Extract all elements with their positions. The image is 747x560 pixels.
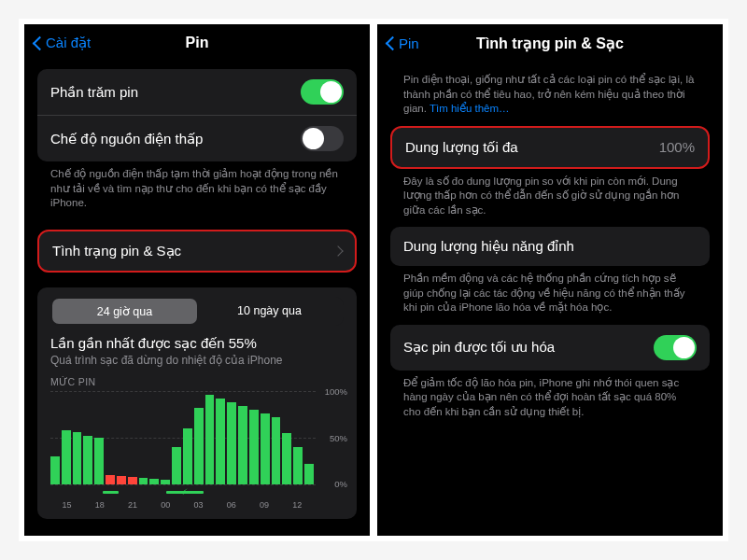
y-tick: 100% bbox=[325, 386, 347, 397]
row-label: Dung lượng hiệu năng đỉnh bbox=[403, 238, 697, 255]
y-tick: 0% bbox=[334, 479, 347, 489]
chart-bar bbox=[238, 391, 247, 484]
battery-level-chart: 100% 50% 0% bbox=[50, 391, 344, 484]
chart-bar bbox=[194, 391, 204, 484]
battery-percentage-row[interactable]: Phần trăm pin bbox=[37, 69, 357, 115]
chevron-left-icon bbox=[34, 35, 43, 50]
nav-bar: Pin Tình trạng pin & Sạc bbox=[377, 24, 723, 60]
y-tick: 50% bbox=[330, 433, 347, 443]
chart-bar bbox=[128, 391, 137, 484]
chart-bar bbox=[94, 391, 104, 484]
back-button[interactable]: Pin bbox=[387, 35, 419, 51]
chart-bar bbox=[249, 391, 259, 484]
x-tick: 12 bbox=[281, 500, 314, 510]
battery-percentage-toggle[interactable] bbox=[301, 79, 344, 105]
charging-segment bbox=[103, 491, 119, 494]
max-capacity-group: Dung lượng tối đa 100% bbox=[390, 126, 710, 169]
battery-toggles-group: Phần trăm pin Chế độ nguồn điện thấp bbox=[37, 69, 357, 161]
row-label: Sạc pin được tối ưu hóa bbox=[403, 339, 654, 356]
chart-bar bbox=[106, 391, 115, 484]
chart-bar bbox=[172, 391, 181, 484]
x-tick: 21 bbox=[117, 500, 149, 510]
back-label: Pin bbox=[399, 35, 419, 51]
chart-bar bbox=[50, 391, 60, 484]
row-label: Chế độ nguồn điện thấp bbox=[50, 131, 301, 147]
chart-section-label: MỨC PIN bbox=[50, 376, 344, 387]
chart-bar bbox=[293, 391, 303, 484]
optimized-charging-description: Để giảm tốc độ lão hóa pin, iPhone ghi n… bbox=[390, 371, 710, 429]
optimized-charging-group: Sạc pin được tối ưu hóa bbox=[390, 325, 710, 371]
chevron-right-icon bbox=[332, 245, 343, 256]
x-tick: 03 bbox=[182, 500, 215, 510]
x-tick: 09 bbox=[248, 500, 281, 510]
peak-performance-row[interactable]: Dung lượng hiệu năng đỉnh bbox=[390, 227, 710, 266]
segment-24h[interactable]: 24 giờ qua bbox=[52, 299, 197, 324]
chart-bar bbox=[227, 391, 236, 484]
chart-bar bbox=[205, 391, 215, 484]
x-tick: 00 bbox=[149, 500, 182, 510]
learn-more-link[interactable]: Tìm hiểu thêm… bbox=[430, 103, 510, 114]
segment-10d[interactable]: 10 ngày qua bbox=[197, 299, 342, 324]
low-power-row[interactable]: Chế độ nguồn điện thấp bbox=[37, 115, 357, 161]
x-tick: 15 bbox=[50, 500, 83, 510]
back-label: Cài đặt bbox=[46, 35, 91, 51]
usage-chart-card: 24 giờ qua 10 ngày qua Lần gần nhất được… bbox=[37, 287, 357, 519]
chart-bar bbox=[83, 391, 92, 484]
charging-segment bbox=[166, 491, 203, 494]
chevron-left-icon bbox=[387, 35, 396, 50]
chart-bar bbox=[272, 391, 281, 484]
x-tick: 06 bbox=[215, 500, 247, 510]
chart-bar bbox=[304, 391, 314, 484]
time-range-segmented[interactable]: 24 giờ qua 10 ngày qua bbox=[50, 297, 344, 326]
chart-title: Lần gần nhất được sạc đến 55% bbox=[50, 335, 344, 352]
chart-subtitle: Quá trình sạc đã dừng do nhiệt độ của iP… bbox=[50, 354, 344, 367]
max-capacity-row[interactable]: Dung lượng tối đa 100% bbox=[392, 128, 708, 167]
battery-health-row[interactable]: Tình trạng pin & Sạc bbox=[39, 231, 355, 271]
optimized-charging-row[interactable]: Sạc pin được tối ưu hóa bbox=[390, 325, 710, 371]
row-value: 100% bbox=[659, 139, 695, 155]
low-power-description: Chế độ nguồn điện thấp tạm thời giảm hoạ… bbox=[37, 161, 357, 220]
page-title: Tình trạng pin & Sạc bbox=[377, 35, 723, 52]
x-tick: 18 bbox=[83, 500, 116, 510]
x-axis: 1518210003060912 bbox=[50, 500, 314, 510]
chart-bar bbox=[183, 391, 192, 484]
left-phone: Cài đặt Pin Phần trăm pin Chế độ nguồn đ… bbox=[24, 24, 370, 536]
back-button[interactable]: Cài đặt bbox=[34, 35, 91, 51]
chart-bar bbox=[62, 391, 71, 484]
row-label: Phần trăm pin bbox=[50, 84, 301, 101]
charging-track: ⚡︎ bbox=[50, 489, 314, 497]
chart-bar bbox=[117, 391, 126, 484]
chart-bar bbox=[161, 391, 170, 484]
low-power-toggle[interactable] bbox=[301, 126, 344, 151]
nav-bar: Cài đặt Pin bbox=[24, 24, 370, 60]
chart-bar bbox=[216, 391, 225, 484]
optimized-charging-toggle[interactable] bbox=[654, 335, 697, 360]
chart-bar bbox=[73, 391, 82, 484]
chart-bar bbox=[282, 391, 291, 484]
peak-performance-description: Phần mềm động và các hệ thống phần cứng … bbox=[390, 266, 710, 325]
row-label: Dung lượng tối đa bbox=[405, 139, 659, 156]
chart-bar bbox=[149, 391, 159, 484]
battery-health-group: Tình trạng pin & Sạc bbox=[37, 230, 357, 273]
peak-performance-group: Dung lượng hiệu năng đỉnh bbox=[390, 227, 710, 266]
chart-bar bbox=[261, 391, 270, 484]
right-phone: Pin Tình trạng pin & Sạc Pin điện thoại,… bbox=[377, 24, 723, 536]
row-label: Tình trạng pin & Sạc bbox=[52, 243, 327, 259]
intro-text: Pin điện thoại, giống như tất cả các loạ… bbox=[390, 60, 710, 126]
max-capacity-description: Đây là số đo dung lượng pin so với khi p… bbox=[390, 169, 710, 228]
chart-bar bbox=[139, 391, 148, 484]
